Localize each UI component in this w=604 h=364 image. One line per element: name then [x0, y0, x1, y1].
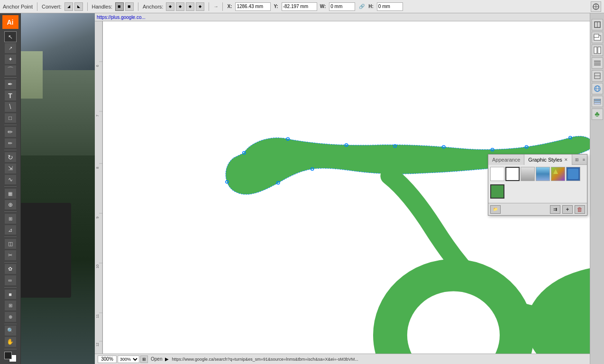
- rectangle-tool-btn[interactable]: □: [4, 113, 17, 124]
- right-btn-4[interactable]: [592, 57, 603, 69]
- panel-footer: 📁 ⇉ + 🗑: [488, 203, 587, 215]
- merge-styles-btn[interactable]: ⇉: [550, 205, 560, 214]
- divider-4: [209, 2, 209, 11]
- sep-1: [4, 77, 17, 78]
- hand-tool-btn[interactable]: ✋: [4, 337, 17, 347]
- graphic-styles-close-btn[interactable]: ✕: [564, 157, 568, 162]
- style-swatch-6[interactable]: [566, 167, 580, 181]
- eraser-tool-btn[interactable]: ◫: [4, 238, 17, 249]
- style-swatch-7[interactable]: [490, 184, 504, 199]
- ruler-left: 6 7 8 9 10 11 12: [95, 21, 103, 364]
- right-btn-5[interactable]: [592, 70, 603, 82]
- sep-4: [4, 186, 17, 187]
- shape-builder-btn[interactable]: ⊕: [4, 311, 17, 322]
- delete-style-btn[interactable]: 🗑: [575, 205, 585, 214]
- style-swatch-4[interactable]: [536, 167, 550, 181]
- slice-tool-btn[interactable]: ⊿: [4, 225, 17, 236]
- x-input[interactable]: [235, 2, 271, 11]
- new-library-btn[interactable]: 📁: [490, 205, 501, 214]
- style-swatch-1[interactable]: [490, 167, 504, 181]
- svg-rect-49: [594, 99, 601, 100]
- zoom-control[interactable]: 300% 300%200%100%50% ⊞: [98, 355, 148, 363]
- svg-text:10: 10: [96, 264, 99, 268]
- ai-logo: Ai: [2, 15, 18, 29]
- style-swatch-5[interactable]: [551, 167, 565, 181]
- w-input[interactable]: [329, 2, 355, 11]
- mode-label: Anchor Point: [3, 4, 33, 9]
- right-btn-1[interactable]: [592, 19, 603, 30]
- symbol-tool-btn[interactable]: ⊕: [4, 200, 17, 210]
- pencil-tool-btn[interactable]: ✏: [4, 138, 17, 149]
- h-value-input[interactable]: [378, 4, 402, 9]
- zoom-dropdown[interactable]: 300%200%100%50%: [118, 355, 139, 363]
- panel-expand-btn[interactable]: ⊞: [573, 156, 581, 163]
- zoom-input[interactable]: 300%: [98, 355, 117, 363]
- svg-text:9: 9: [96, 217, 99, 218]
- scale-tool-btn[interactable]: ⇲: [4, 163, 17, 174]
- line-tool-btn[interactable]: \: [4, 101, 17, 112]
- w-value-input[interactable]: [330, 4, 354, 9]
- style-swatch-3[interactable]: [521, 167, 535, 181]
- style-swatch-2[interactable]: [505, 167, 520, 181]
- anchors-btn-4[interactable]: ◆: [196, 2, 204, 11]
- status-url: https://www.google.ca/search?q=turnip&es…: [172, 357, 587, 362]
- rotate-tool-btn[interactable]: ↻: [4, 152, 17, 163]
- y-input[interactable]: [282, 2, 317, 11]
- right-btn-2[interactable]: [592, 32, 603, 43]
- left-panel: Ai ↖ ↗ ✦ ⌒ ✒ T \ □ ✏ ✏ ↻ ⇲ ∿ ▦ ⊕ ⊞ ⊿ ◫: [0, 13, 95, 364]
- type-tool-btn[interactable]: T: [4, 90, 17, 101]
- convert-corner-btn[interactable]: ◢: [64, 2, 73, 11]
- panel-header: Appearance Graphic Styles ✕ ⊞ ≡: [488, 155, 587, 165]
- handles-btn-2[interactable]: ◼: [125, 2, 134, 11]
- panel-menu-btn[interactable]: ≡: [581, 156, 587, 163]
- circle-donut: [390, 275, 517, 354]
- lasso-tool-btn[interactable]: ⌒: [4, 65, 17, 76]
- anchors-label: Anchors:: [143, 4, 163, 9]
- right-btn-club[interactable]: ♣: [592, 109, 603, 120]
- arrow-icon: →: [213, 4, 218, 9]
- svg-rect-40: [598, 47, 601, 54]
- artboard-tool-btn[interactable]: ⊞: [4, 213, 17, 224]
- svg-text:7: 7: [96, 115, 99, 117]
- sep-7: [4, 262, 17, 263]
- appearance-tab[interactable]: Appearance: [488, 155, 524, 165]
- magic-wand-tool-btn[interactable]: ✦: [4, 54, 17, 65]
- anchors-btn-3[interactable]: ◆: [186, 2, 194, 11]
- graphic-styles-tab[interactable]: Graphic Styles ✕: [524, 155, 572, 165]
- y-value-input[interactable]: [283, 4, 316, 9]
- blend-tool-btn[interactable]: ∞: [4, 275, 17, 286]
- handles-label: Handles:: [92, 4, 112, 9]
- graph-tool-btn[interactable]: ▦: [4, 188, 17, 199]
- divider-5: [222, 2, 223, 11]
- convert-smooth-btn[interactable]: ◣: [74, 2, 83, 11]
- new-style-btn[interactable]: +: [562, 205, 573, 214]
- anchors-btn-1[interactable]: ◆: [166, 2, 174, 11]
- status-play-btn[interactable]: ▶: [165, 356, 169, 362]
- handles-buttons: ◼ ◼: [115, 2, 134, 11]
- handles-btn-1[interactable]: ◼: [115, 2, 124, 11]
- gradient-tool-btn[interactable]: ■: [4, 289, 17, 300]
- browser-btn[interactable]: [591, 1, 601, 12]
- right-btn-3[interactable]: [592, 45, 603, 56]
- sep-2: [4, 125, 17, 125]
- selection-tool-btn[interactable]: ↖: [4, 31, 17, 42]
- scissors-tool-btn[interactable]: ✂: [4, 250, 17, 261]
- zoom-tool-btn[interactable]: 🔍: [4, 325, 17, 336]
- direct-selection-tool-btn[interactable]: ↗: [4, 43, 17, 54]
- browser-url[interactable]: https://plus.google.co...: [97, 15, 146, 20]
- eyedropper-tool-btn[interactable]: ✿: [4, 264, 17, 274]
- x-value-input[interactable]: [237, 4, 269, 9]
- svg-text:6: 6: [96, 65, 99, 67]
- paintbrush-tool-btn[interactable]: ✏: [4, 127, 17, 137]
- h-input[interactable]: [377, 2, 403, 11]
- pen-tool-btn[interactable]: ✒: [4, 79, 17, 90]
- anchors-btn-2[interactable]: ◆: [176, 2, 184, 11]
- warp-tool-btn[interactable]: ∿: [4, 174, 17, 185]
- fill-stroke-indicator[interactable]: [4, 352, 17, 362]
- mesh-tool-btn[interactable]: ⊞: [4, 300, 17, 311]
- right-btn-globe[interactable]: [592, 83, 603, 94]
- right-btn-layers[interactable]: [592, 96, 603, 107]
- zoom-fit-btn[interactable]: ⊞: [140, 355, 148, 363]
- constrain-icon[interactable]: 🔗: [358, 3, 366, 10]
- svg-rect-50: [594, 101, 601, 102]
